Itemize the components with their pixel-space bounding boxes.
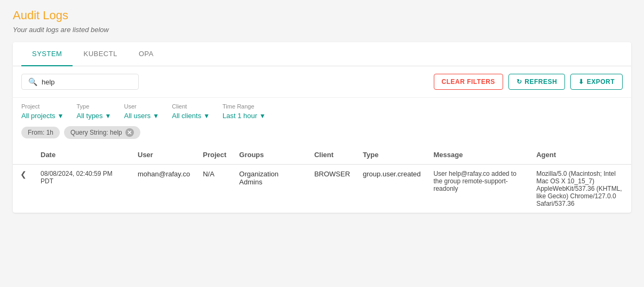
- search-box: 🔍: [21, 74, 139, 90]
- chevron-down-icon: ▼: [58, 112, 64, 120]
- col-date: Date: [34, 145, 131, 165]
- export-label: EXPORT: [587, 78, 615, 86]
- refresh-icon: ↻: [516, 78, 522, 86]
- tab-opa[interactable]: OPA: [128, 42, 164, 66]
- active-filters: From: 1h Query String: help ✕: [13, 121, 631, 145]
- col-client: Client: [308, 145, 356, 165]
- filter-timerange-value: Last 1 hour: [222, 112, 257, 120]
- table-wrapper: Date User Project Groups Client Type Mes…: [13, 145, 631, 213]
- audit-table: Date User Project Groups Client Type Mes…: [13, 145, 631, 213]
- row-message: User help@rafay.co added to the group re…: [427, 165, 530, 213]
- filter-project: Project All projects ▼: [21, 103, 63, 121]
- filter-user-dropdown[interactable]: All users ▼: [124, 111, 160, 121]
- toolbar-right: CLEAR FILTERS ↻ REFRESH ⬇ EXPORT: [434, 74, 623, 90]
- filter-type-dropdown[interactable]: All types ▼: [76, 111, 111, 121]
- tabs-container: SYSTEM KUBECTL OPA: [13, 42, 631, 66]
- filter-type-label: Type: [76, 103, 111, 110]
- row-user: mohan@rafay.co: [131, 165, 196, 213]
- chevron-down-icon-timerange: ▼: [259, 112, 266, 120]
- chip-query-label: Query String: help: [70, 129, 122, 136]
- filter-client: Client All clients ▼: [172, 103, 210, 121]
- col-project: Project: [196, 145, 233, 165]
- filter-type-value: All types: [76, 112, 102, 120]
- filter-user-value: All users: [124, 112, 151, 120]
- page-title: Audit Logs: [13, 9, 631, 22]
- clear-filters-button[interactable]: CLEAR FILTERS: [434, 74, 503, 90]
- tab-kubectl[interactable]: KUBECTL: [73, 42, 128, 66]
- table-header-row: Date User Project Groups Client Type Mes…: [13, 145, 631, 165]
- row-agent: Mozilla/5.0 (Macintosh; Intel Mac OS X 1…: [530, 165, 631, 213]
- filter-project-dropdown[interactable]: All projects ▼: [21, 111, 63, 121]
- page-subtitle: Your audit logs are listed below: [13, 26, 631, 34]
- filter-client-label: Client: [172, 103, 210, 110]
- toolbar: 🔍 CLEAR FILTERS ↻ REFRESH ⬇ EXPORT: [13, 66, 631, 98]
- export-button[interactable]: ⬇ EXPORT: [570, 74, 623, 90]
- filter-client-dropdown[interactable]: All clients ▼: [172, 111, 210, 121]
- col-groups: Groups: [233, 145, 308, 165]
- chevron-down-icon-user: ▼: [153, 112, 159, 120]
- refresh-button[interactable]: ↻ REFRESH: [508, 74, 565, 90]
- row-project: N/A: [196, 165, 233, 213]
- filter-client-value: All clients: [172, 112, 201, 120]
- filter-timerange-dropdown[interactable]: Last 1 hour ▼: [222, 111, 266, 121]
- row-client: BROWSER: [308, 165, 356, 213]
- chip-query: Query String: help ✕: [64, 126, 140, 139]
- row-type: group.user.created: [356, 165, 427, 213]
- chevron-down-icon-client: ▼: [203, 112, 210, 120]
- export-icon: ⬇: [578, 78, 584, 86]
- col-message: Message: [427, 145, 530, 165]
- filter-user-label: User: [124, 103, 160, 110]
- table-row: ❮ 08/08/2024, 02:40:59 PM PDT mohan@rafa…: [13, 165, 631, 213]
- main-card: SYSTEM KUBECTL OPA 🔍 CLEAR FILTERS ↻ REF…: [13, 42, 631, 213]
- filter-project-label: Project: [21, 103, 63, 110]
- tab-system[interactable]: SYSTEM: [21, 42, 73, 66]
- col-agent: Agent: [530, 145, 631, 165]
- row-expand-cell: ❮: [13, 165, 34, 213]
- chip-query-close[interactable]: ✕: [125, 128, 134, 137]
- filter-timerange: Time Range Last 1 hour ▼: [222, 103, 266, 121]
- search-input[interactable]: [42, 78, 132, 86]
- filter-timerange-label: Time Range: [222, 103, 266, 110]
- refresh-label: REFRESH: [524, 78, 557, 86]
- filter-type: Type All types ▼: [76, 103, 111, 121]
- chip-from-label: From: 1h: [28, 129, 53, 136]
- col-type: Type: [356, 145, 427, 165]
- col-expand: [13, 145, 34, 165]
- chip-from: From: 1h: [21, 127, 60, 138]
- search-icon: 🔍: [28, 77, 37, 86]
- filters-row: Project All projects ▼ Type All types ▼ …: [13, 98, 631, 121]
- chevron-down-icon-type: ▼: [105, 112, 112, 120]
- expand-row-button[interactable]: ❮: [19, 169, 28, 180]
- filter-user: User All users ▼: [124, 103, 160, 121]
- filter-project-value: All projects: [21, 112, 55, 120]
- col-user: User: [131, 145, 196, 165]
- row-groups: Organization Admins: [233, 165, 308, 213]
- row-date: 08/08/2024, 02:40:59 PM PDT: [34, 165, 131, 213]
- page-container: Audit Logs Your audit logs are listed be…: [0, 0, 644, 287]
